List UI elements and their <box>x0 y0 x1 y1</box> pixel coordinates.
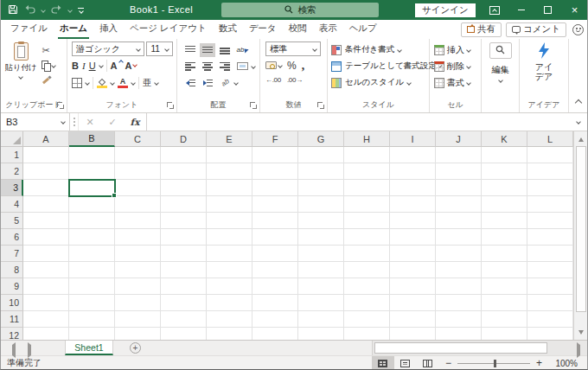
insert-cells-button[interactable]: 挿入 <box>434 41 479 58</box>
cell-B2[interactable] <box>69 163 115 180</box>
cell-B5[interactable] <box>69 213 115 229</box>
new-sheet-button[interactable]: + <box>130 342 141 354</box>
customize-quick-access-icon[interactable] <box>78 8 84 13</box>
cell-L10[interactable] <box>527 295 573 311</box>
cell-D7[interactable] <box>161 246 207 262</box>
cell-I9[interactable] <box>390 278 436 295</box>
row-header-8[interactable]: 8 <box>0 262 23 278</box>
cell-F6[interactable] <box>252 229 298 246</box>
cell-H1[interactable] <box>344 147 390 163</box>
cell-G4[interactable] <box>298 196 344 213</box>
scroll-down-icon[interactable] <box>574 325 588 339</box>
cell-G11[interactable] <box>298 311 344 328</box>
name-box[interactable]: B3 <box>0 113 70 131</box>
column-header-F[interactable]: F <box>252 131 298 147</box>
column-header-H[interactable]: H <box>344 131 390 147</box>
cell-E6[interactable] <box>207 229 252 246</box>
cell-I1[interactable] <box>390 147 436 163</box>
cell-L3[interactable] <box>527 180 573 196</box>
cell-F9[interactable] <box>252 278 298 295</box>
vertical-scrollbar-thumb[interactable] <box>576 146 586 312</box>
cell-H2[interactable] <box>344 163 390 180</box>
cell-J2[interactable] <box>436 163 482 180</box>
row-header-12[interactable]: 12 <box>0 328 23 340</box>
zoom-out-button[interactable]: − <box>439 357 457 369</box>
cell-L12[interactable] <box>527 328 573 340</box>
format-as-table-button[interactable]: テーブルとして書式設定 <box>331 58 427 74</box>
tab-page-layout[interactable]: ページ レイアウト <box>124 19 213 39</box>
column-header-B[interactable]: B <box>69 131 115 147</box>
close-button[interactable]: × <box>561 0 588 20</box>
cell-F10[interactable] <box>252 295 298 311</box>
row-header-6[interactable]: 6 <box>0 229 23 246</box>
cell-J11[interactable] <box>436 311 482 328</box>
save-icon[interactable] <box>8 4 18 16</box>
cell-J5[interactable] <box>436 213 482 229</box>
decrease-font-size-button[interactable]: A <box>125 61 137 71</box>
font-dialog-launcher-icon[interactable] <box>167 102 175 110</box>
cell-K6[interactable] <box>482 229 527 246</box>
increase-indent-button[interactable] <box>200 76 215 90</box>
cell-B11[interactable] <box>69 311 115 328</box>
cell-L4[interactable] <box>527 196 573 213</box>
cell-K9[interactable] <box>482 278 527 295</box>
cell-E2[interactable] <box>207 163 252 180</box>
cut-button[interactable]: ✂ <box>42 45 55 56</box>
middle-align-button[interactable] <box>200 43 215 57</box>
tab-insert[interactable]: 挿入 <box>93 19 124 39</box>
row-header-5[interactable]: 5 <box>0 213 23 229</box>
cell-H5[interactable] <box>344 213 390 229</box>
cell-A2[interactable] <box>23 163 69 180</box>
redo-icon[interactable] <box>51 5 62 16</box>
cell-K10[interactable] <box>482 295 527 311</box>
cell-G5[interactable] <box>298 213 344 229</box>
cell-L2[interactable] <box>527 163 573 180</box>
cell-G1[interactable] <box>298 147 344 163</box>
cell-C12[interactable] <box>115 328 161 340</box>
column-header-I[interactable]: I <box>390 131 436 147</box>
tab-home[interactable]: ホーム <box>54 19 93 39</box>
align-right-button[interactable] <box>217 60 233 73</box>
cell-E11[interactable] <box>207 311 252 328</box>
bold-button[interactable]: B <box>72 61 79 71</box>
cell-G8[interactable] <box>298 262 344 278</box>
align-center-button[interactable] <box>200 60 215 73</box>
next-sheet-icon[interactable] <box>28 345 31 355</box>
insert-function-icon[interactable]: fx <box>124 117 146 127</box>
cell-H12[interactable] <box>344 328 390 340</box>
cell-D4[interactable] <box>161 196 207 213</box>
cell-I8[interactable] <box>390 262 436 278</box>
cell-K1[interactable] <box>482 147 527 163</box>
cell-C5[interactable] <box>115 213 161 229</box>
cell-L1[interactable] <box>527 147 573 163</box>
cell-E9[interactable] <box>207 278 252 295</box>
cell-J9[interactable] <box>436 278 482 295</box>
borders-dropdown-icon[interactable] <box>85 80 90 86</box>
minimize-button[interactable] <box>508 0 534 20</box>
horizontal-scrollbar[interactable] <box>372 341 588 355</box>
cell-A12[interactable] <box>23 328 69 340</box>
clipboard-dialog-launcher-icon[interactable] <box>57 102 65 110</box>
cell-I12[interactable] <box>390 328 436 340</box>
cell-F1[interactable] <box>252 147 298 163</box>
font-family-combo[interactable]: 游ゴシック <box>72 41 144 56</box>
cell-D10[interactable] <box>161 295 207 311</box>
cell-A3[interactable] <box>23 180 69 196</box>
orientation-dropdown-icon[interactable] <box>233 80 239 86</box>
cell-K3[interactable] <box>482 180 527 196</box>
page-break-view-button[interactable] <box>417 356 439 370</box>
underline-button[interactable]: U <box>89 61 96 71</box>
cell-A5[interactable] <box>23 213 69 229</box>
cell-G3[interactable] <box>298 180 344 196</box>
cell-J8[interactable] <box>436 262 482 278</box>
cell-A10[interactable] <box>23 295 69 311</box>
cell-H9[interactable] <box>344 278 390 295</box>
cell-H8[interactable] <box>344 262 390 278</box>
share-button[interactable]: 共有 <box>461 22 502 37</box>
redo-dropdown-icon[interactable] <box>67 8 73 13</box>
scroll-right-icon[interactable] <box>577 345 580 355</box>
zoom-slider[interactable] <box>457 363 530 364</box>
tab-formulas[interactable]: 数式 <box>213 19 243 39</box>
expand-formula-bar-button[interactable] <box>569 113 588 131</box>
cell-C11[interactable] <box>115 311 161 328</box>
